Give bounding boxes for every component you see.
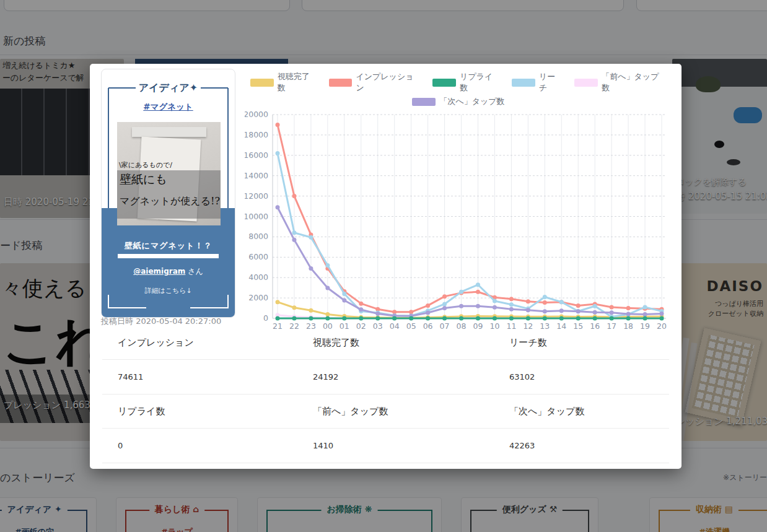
- frame-line: [190, 307, 229, 308]
- legend-label: リプライ数: [460, 71, 501, 94]
- stat-value: 1410: [297, 441, 494, 450]
- stat-label: リプライ数: [102, 406, 297, 417]
- story-preview-card: アイディア✦ #マグネット \家にあるもので/ 壁紙にも マグネットが使える!?…: [101, 69, 235, 318]
- svg-text:8000: 8000: [248, 232, 268, 241]
- stat-label: 「前へ」タップ数: [297, 406, 494, 417]
- legend-swatch-icon: [432, 79, 456, 87]
- stat-value: 74611: [102, 372, 297, 382]
- svg-text:10000: 10000: [245, 212, 268, 221]
- stats-value-row: 746112419263102: [102, 360, 669, 395]
- legend-swatch-icon: [250, 79, 274, 87]
- stats-header-row: リプライ数「前へ」タップ数「次へ」タップ数: [102, 395, 669, 429]
- legend-label: 「次へ」タップ数: [439, 96, 504, 107]
- svg-text:14000: 14000: [245, 171, 268, 180]
- stats-table: インプレッション視聴完了数リーチ数746112419263102リプライ数「前へ…: [102, 326, 669, 463]
- photo-text-overlay: \家にあるもので/: [119, 160, 172, 170]
- story-title: アイディア✦: [102, 82, 235, 95]
- story-banner-text: 壁紙にマグネット！？: [102, 240, 235, 251]
- legend-label: リーチ: [539, 71, 563, 94]
- magnet-bar-image: [132, 127, 206, 137]
- story-hashtag-link[interactable]: #マグネット: [102, 102, 235, 113]
- legend-swatch-icon: [574, 79, 598, 87]
- stats-header-row: インプレッション視聴完了数リーチ数: [102, 326, 669, 360]
- account-handle[interactable]: @aiemigram さん: [102, 266, 235, 277]
- stat-label: 「次へ」タップ数: [494, 406, 669, 417]
- svg-text:6000: 6000: [248, 252, 268, 261]
- account-name[interactable]: @aiemigram: [133, 267, 185, 276]
- legend-label: 視聴完了数: [278, 71, 318, 94]
- lightbulb-icon: ✦: [190, 82, 198, 94]
- stat-value: 42263: [494, 441, 669, 450]
- divider-bar: [118, 254, 219, 258]
- legend-label: インプレッション: [356, 71, 421, 94]
- story-photo: \家にあるもので/ 壁紙にも マグネットが使える!?: [117, 122, 221, 225]
- photo-text-overlay: 壁紙にも: [120, 172, 167, 188]
- legend-item[interactable]: 「前へ」タップ数: [574, 71, 667, 94]
- photo-text-overlay: マグネットが使える!?: [120, 195, 220, 208]
- svg-text:4000: 4000: [248, 273, 268, 282]
- legend-swatch-icon: [329, 79, 353, 87]
- story-cta-text: 詳細はこちら↓: [102, 286, 235, 295]
- chart-legend: 視聴完了数インプレッションリプライ数リーチ「前へ」タップ数「次へ」タップ数: [245, 71, 672, 110]
- svg-text:2000: 2000: [248, 293, 268, 302]
- story-title-text: アイディア: [139, 82, 190, 94]
- legend-item[interactable]: 視聴完了数: [250, 71, 318, 94]
- svg-text:0: 0: [263, 313, 268, 323]
- line-chart: 0200040006000800010000120001400016000180…: [245, 111, 672, 334]
- svg-text:16000: 16000: [245, 150, 268, 160]
- svg-text:12000: 12000: [245, 191, 268, 201]
- legend-swatch-icon: [512, 79, 535, 87]
- insights-chart: 視聴完了数インプレッションリプライ数リーチ「前へ」タップ数「次へ」タップ数 02…: [245, 71, 672, 334]
- stat-value: 0: [102, 441, 297, 450]
- stat-label: リーチ数: [494, 337, 669, 349]
- stat-label: 視聴完了数: [297, 337, 494, 349]
- legend-item[interactable]: リプライ数: [432, 71, 501, 94]
- frame-line: [108, 307, 146, 308]
- frame-line: [227, 295, 229, 308]
- frame-line: [108, 295, 109, 308]
- account-suffix: さん: [188, 267, 203, 276]
- stats-value-row: 0141042263: [102, 429, 669, 463]
- svg-text:20000: 20000: [245, 111, 268, 119]
- legend-label: 「前へ」タップ数: [602, 71, 667, 94]
- svg-text:18000: 18000: [245, 130, 268, 139]
- stat-value: 63102: [494, 372, 669, 382]
- legend-item[interactable]: リーチ: [512, 71, 563, 94]
- stat-value: 24192: [297, 372, 494, 382]
- legend-item[interactable]: インプレッション: [329, 71, 422, 94]
- legend-swatch-icon: [412, 98, 436, 106]
- story-insights-modal: アイディア✦ #マグネット \家にあるもので/ 壁紙にも マグネットが使える!?…: [90, 64, 682, 469]
- legend-item[interactable]: 「次へ」タップ数: [412, 96, 504, 107]
- stat-label: インプレッション: [102, 337, 297, 349]
